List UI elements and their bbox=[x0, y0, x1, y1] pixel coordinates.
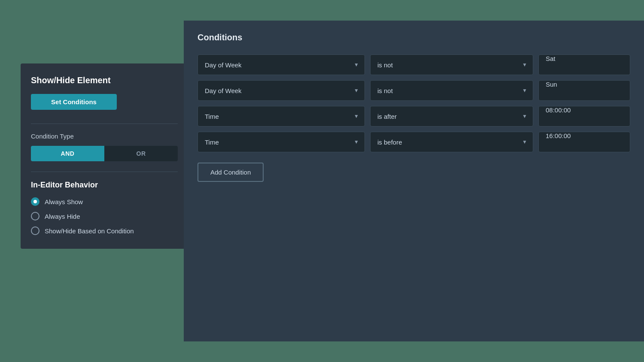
divider-2 bbox=[31, 172, 178, 172]
radio-based-on-condition-indicator bbox=[31, 226, 39, 235]
or-toggle-button[interactable]: OR bbox=[104, 146, 178, 161]
divider-1 bbox=[31, 124, 178, 124]
operator-select-4[interactable]: is after is before is is not bbox=[370, 132, 533, 152]
type-select-wrapper-2: Day of Week Time Date ▼ bbox=[197, 80, 365, 101]
type-select-3[interactable]: Day of Week Time Date bbox=[197, 106, 365, 127]
operator-select-wrapper-1: is is not ▼ bbox=[370, 54, 533, 75]
operator-select-wrapper-4: is after is before is is not ▼ bbox=[370, 132, 533, 152]
condition-type-toggle: AND OR bbox=[31, 146, 178, 161]
radio-always-show[interactable]: Always Show bbox=[31, 197, 178, 206]
radio-always-show-indicator bbox=[31, 197, 39, 206]
type-select-4[interactable]: Day of Week Time Date bbox=[197, 132, 365, 152]
radio-based-on-condition-label: Show/Hide Based on Condition bbox=[45, 227, 134, 235]
left-panel: Show/Hide Element Set Conditions Conditi… bbox=[21, 63, 188, 249]
value-display-2[interactable]: Sun bbox=[538, 80, 630, 101]
add-condition-button[interactable]: Add Condition bbox=[197, 163, 264, 182]
operator-select-wrapper-2: is is not ▼ bbox=[370, 80, 533, 101]
radio-group: Always Show Always Hide Show/Hide Based … bbox=[31, 197, 178, 235]
radio-always-show-label: Always Show bbox=[45, 198, 83, 205]
condition-row-3: Day of Week Time Date ▼ is after is befo… bbox=[197, 106, 630, 127]
radio-always-hide[interactable]: Always Hide bbox=[31, 212, 178, 220]
conditions-title: Conditions bbox=[197, 33, 630, 42]
value-display-3[interactable]: 08:00:00 bbox=[538, 106, 630, 127]
value-display-4[interactable]: 16:00:00 bbox=[538, 132, 630, 152]
value-display-1[interactable]: Sat bbox=[538, 54, 630, 75]
panel-title: Show/Hide Element bbox=[31, 75, 178, 85]
operator-select-3[interactable]: is after is before is is not bbox=[370, 106, 533, 127]
type-select-wrapper-1: Day of Week Time Date ▼ bbox=[197, 54, 365, 75]
condition-row-4: Day of Week Time Date ▼ is after is befo… bbox=[197, 132, 630, 152]
conditions-list: Day of Week Time Date ▼ is is not ▼ Sat … bbox=[197, 54, 630, 152]
radio-always-hide-label: Always Hide bbox=[45, 213, 80, 220]
right-panel: Conditions Day of Week Time Date ▼ is is… bbox=[184, 21, 644, 341]
radio-always-hide-indicator bbox=[31, 212, 39, 220]
type-select-1[interactable]: Day of Week Time Date bbox=[197, 54, 365, 75]
type-select-wrapper-4: Day of Week Time Date ▼ bbox=[197, 132, 365, 152]
radio-based-on-condition[interactable]: Show/Hide Based on Condition bbox=[31, 226, 178, 235]
set-conditions-button[interactable]: Set Conditions bbox=[31, 94, 117, 110]
condition-type-label: Condition Type bbox=[31, 133, 178, 140]
operator-select-2[interactable]: is is not bbox=[370, 80, 533, 101]
operator-select-wrapper-3: is after is before is is not ▼ bbox=[370, 106, 533, 127]
type-select-wrapper-3: Day of Week Time Date ▼ bbox=[197, 106, 365, 127]
condition-row-1: Day of Week Time Date ▼ is is not ▼ Sat bbox=[197, 54, 630, 75]
operator-select-1[interactable]: is is not bbox=[370, 54, 533, 75]
behavior-title: In-Editor Behavior bbox=[31, 181, 178, 190]
and-toggle-button[interactable]: AND bbox=[31, 146, 104, 161]
condition-row-2: Day of Week Time Date ▼ is is not ▼ Sun bbox=[197, 80, 630, 101]
type-select-2[interactable]: Day of Week Time Date bbox=[197, 80, 365, 101]
